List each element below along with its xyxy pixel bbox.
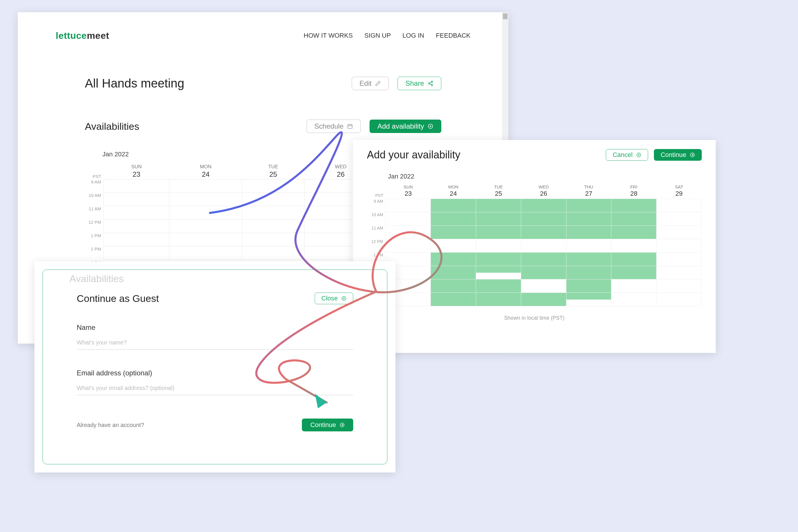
- calendar-cell[interactable]: [242, 206, 304, 220]
- calendar-cell[interactable]: [169, 206, 242, 220]
- name-input[interactable]: [77, 338, 353, 350]
- picker-cell[interactable]: [566, 293, 611, 306]
- calendar-cell[interactable]: [169, 220, 242, 233]
- name-group: Name: [77, 323, 353, 350]
- picker-cell[interactable]: [521, 252, 566, 266]
- calendar-cell[interactable]: [242, 220, 304, 233]
- calendar-cell[interactable]: [103, 246, 169, 260]
- picker-cell[interactable]: [431, 199, 476, 212]
- calendar-cell[interactable]: [169, 193, 242, 206]
- picker-cell[interactable]: [476, 226, 521, 239]
- picker-cell[interactable]: [611, 199, 657, 212]
- picker-cell[interactable]: [521, 212, 566, 226]
- calendar-cell[interactable]: [242, 246, 304, 260]
- nav-sign-up[interactable]: SIGN UP: [364, 32, 391, 39]
- picker-cell[interactable]: [657, 212, 702, 226]
- picker-cell[interactable]: [476, 293, 521, 306]
- time-label: 9 AM: [367, 199, 385, 212]
- calendar-cell[interactable]: [242, 233, 304, 246]
- already-have-account[interactable]: Already have an account?: [77, 422, 144, 429]
- picker-cell[interactable]: [611, 280, 657, 293]
- calendar-cell[interactable]: [103, 193, 169, 206]
- picker-cell[interactable]: [566, 199, 611, 212]
- share-button[interactable]: Share: [398, 77, 441, 90]
- calendar-cell[interactable]: [169, 179, 242, 193]
- logo-part1: lettuce: [56, 30, 87, 41]
- picker-cell[interactable]: [431, 226, 476, 239]
- picker-cell[interactable]: [611, 252, 657, 266]
- picker-month: Jan 2022: [388, 173, 702, 180]
- picker-cell[interactable]: [385, 199, 431, 212]
- picker-cell[interactable]: [431, 266, 476, 280]
- picker-grid[interactable]: PSTSUN23MON24TUE25WED26THU27FRI28SAT299 …: [367, 184, 702, 306]
- picker-cell[interactable]: [566, 252, 611, 266]
- calendar-cell[interactable]: [103, 233, 169, 246]
- picker-cell[interactable]: [566, 212, 611, 226]
- picker-cell[interactable]: [521, 239, 566, 252]
- picker-cell[interactable]: [385, 239, 431, 252]
- close-button[interactable]: Close: [315, 292, 353, 304]
- picker-cell[interactable]: [476, 266, 521, 280]
- picker-cell[interactable]: [657, 239, 702, 252]
- nav-feedback[interactable]: FEEDBACK: [436, 32, 471, 39]
- picker-cell[interactable]: [521, 199, 566, 212]
- picker-cell[interactable]: [476, 280, 521, 293]
- picker-cell[interactable]: [431, 293, 476, 306]
- picker-cell[interactable]: [611, 266, 657, 280]
- availability-picker: Jan 2022 PSTSUN23MON24TUE25WED26THU27FRI…: [367, 173, 702, 321]
- picker-cell[interactable]: [521, 280, 566, 293]
- guest-continue-button[interactable]: Continue: [302, 419, 353, 431]
- picker-cell[interactable]: [566, 280, 611, 293]
- picker-cell[interactable]: [611, 212, 657, 226]
- picker-cell[interactable]: [566, 239, 611, 252]
- picker-cell[interactable]: [657, 252, 702, 266]
- calendar-cell[interactable]: [242, 179, 304, 193]
- picker-cell[interactable]: [566, 226, 611, 239]
- nav-log-in[interactable]: LOG IN: [402, 32, 424, 39]
- picker-cell[interactable]: [657, 266, 702, 280]
- picker-cell[interactable]: [611, 226, 657, 239]
- picker-day-header: MON24: [431, 184, 476, 199]
- picker-cell[interactable]: [385, 226, 431, 239]
- calendar-cell[interactable]: [103, 206, 169, 220]
- add-availability-title: Add your availability: [367, 149, 460, 161]
- picker-cell[interactable]: [521, 266, 566, 280]
- picker-cell[interactable]: [476, 212, 521, 226]
- calendar-cell[interactable]: [103, 220, 169, 233]
- picker-cell[interactable]: [431, 239, 476, 252]
- logo[interactable]: lettucemeet: [56, 30, 109, 41]
- picker-cell[interactable]: [521, 226, 566, 239]
- picker-cell[interactable]: [611, 239, 657, 252]
- nav-how-it-works[interactable]: HOW IT WORKS: [304, 32, 353, 39]
- picker-cell[interactable]: [431, 212, 476, 226]
- picker-cell[interactable]: [657, 226, 702, 239]
- availabilities-row: Availabilities Schedule Add availability: [85, 119, 441, 133]
- picker-cell[interactable]: [566, 266, 611, 280]
- title-row: All Hands meeting Edit Share: [85, 76, 441, 90]
- picker-cell[interactable]: [431, 280, 476, 293]
- picker-cell[interactable]: [431, 252, 476, 266]
- calendar-cell[interactable]: [169, 233, 242, 246]
- picker-cell[interactable]: [657, 280, 702, 293]
- calendar-cell[interactable]: [242, 193, 304, 206]
- picker-cell[interactable]: [476, 199, 521, 212]
- email-input[interactable]: [77, 383, 353, 395]
- cancel-button[interactable]: Cancel: [606, 149, 648, 161]
- scrollbar-thumb[interactable]: [503, 14, 508, 19]
- picker-cell[interactable]: [476, 252, 521, 266]
- schedule-button[interactable]: Schedule: [306, 119, 361, 133]
- add-availability-button[interactable]: Add availability: [369, 119, 441, 133]
- picker-cell[interactable]: [476, 239, 521, 252]
- picker-cell[interactable]: [657, 293, 702, 306]
- picker-cell[interactable]: [611, 293, 657, 306]
- calendar-cell[interactable]: [169, 246, 242, 260]
- picker-cell[interactable]: [521, 293, 566, 306]
- share-label: Share: [405, 80, 424, 87]
- availabilities-heading: Availabilities: [85, 121, 139, 132]
- edit-button[interactable]: Edit: [352, 77, 389, 90]
- continue-button[interactable]: Continue: [654, 149, 702, 161]
- picker-day-header: WED26: [521, 184, 566, 199]
- calendar-cell[interactable]: [103, 179, 169, 193]
- picker-cell[interactable]: [385, 212, 431, 226]
- picker-cell[interactable]: [657, 199, 702, 212]
